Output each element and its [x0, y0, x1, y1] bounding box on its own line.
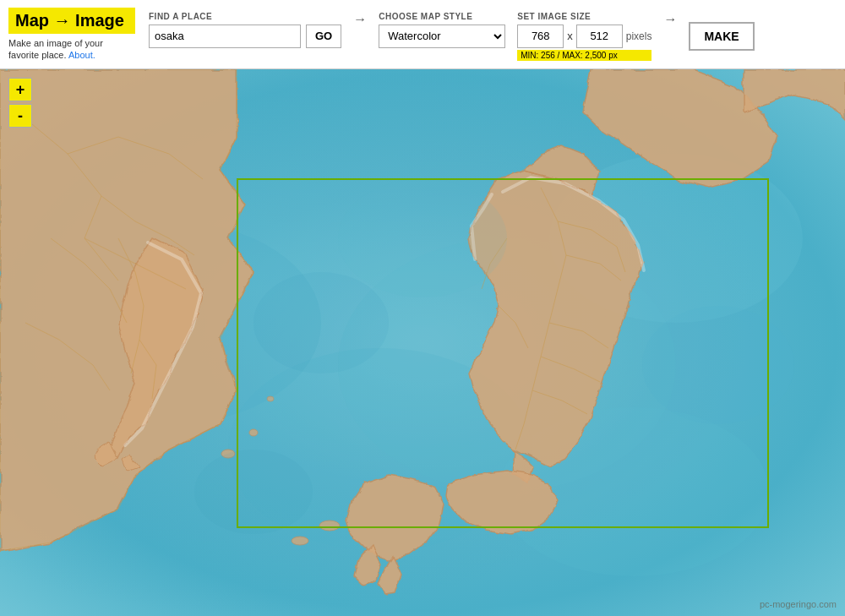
map-container: + - pc-mogeringo.com — [0, 69, 845, 616]
svg-point-12 — [254, 272, 389, 373]
zoom-out-button[interactable]: - — [8, 104, 32, 128]
go-button[interactable]: GO — [306, 25, 341, 48]
svg-point-10 — [249, 429, 258, 436]
svg-point-14 — [642, 306, 794, 424]
arrow-2: → — [663, 12, 677, 27]
zoom-controls: + - — [8, 78, 32, 128]
size-x: x — [567, 30, 573, 42]
choose-style-group: CHOOSE MAP STYLE WatercolorTerrainTonerS… — [379, 12, 505, 48]
find-place-row: GO — [149, 25, 341, 48]
arrow-1: → — [353, 12, 367, 27]
svg-point-7 — [319, 521, 340, 531]
find-place-group: FIND A PLACE GO — [149, 12, 341, 48]
width-input[interactable] — [517, 25, 564, 48]
style-row: WatercolorTerrainTonerStreetsSatellite — [379, 25, 505, 48]
place-input[interactable] — [149, 25, 301, 48]
size-hint: MIN: 256 / MAX: 2,500 px — [517, 50, 651, 61]
style-select[interactable]: WatercolorTerrainTonerStreetsSatellite — [379, 25, 505, 48]
header: Map → Image Make an image of yourfavorit… — [0, 0, 845, 69]
choose-style-label: CHOOSE MAP STYLE — [379, 12, 505, 21]
svg-point-11 — [267, 396, 274, 401]
svg-point-15 — [194, 450, 313, 534]
watermark: pc-mogeringo.com — [760, 599, 837, 609]
header-controls: FIND A PLACE GO → CHOOSE MAP STYLE Water… — [149, 8, 837, 61]
find-place-label: FIND A PLACE — [149, 12, 341, 21]
map-svg — [0, 69, 845, 616]
svg-point-8 — [292, 537, 308, 545]
size-row: x pixels — [517, 25, 651, 48]
height-input[interactable] — [576, 25, 623, 48]
svg-point-13 — [338, 179, 507, 297]
make-button[interactable]: MAKE — [689, 22, 754, 51]
about-link[interactable]: About. — [68, 50, 95, 60]
logo-area: Map → Image Make an image of yourfavorit… — [8, 8, 135, 62]
pixels-label: pixels — [626, 30, 652, 42]
zoom-in-button[interactable]: + — [8, 78, 32, 101]
logo: Map → Image — [8, 8, 135, 34]
image-size-label: SET IMAGE SIZE — [517, 12, 651, 21]
tagline: Make an image of yourfavorite place. Abo… — [8, 37, 135, 62]
image-size-group: SET IMAGE SIZE x pixels MIN: 256 / MAX: … — [517, 12, 651, 61]
